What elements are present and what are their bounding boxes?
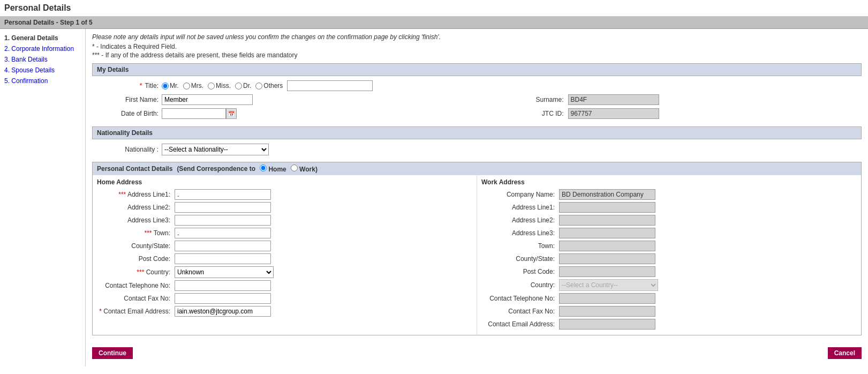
home-addr3-label: Address Line3: xyxy=(97,216,175,224)
work-tel-label: Contact Telephone No: xyxy=(481,295,559,302)
nationality-label: Nationality : xyxy=(92,146,162,153)
work-country-select[interactable]: --Select a Country-- xyxy=(559,279,658,291)
title-required-star: * xyxy=(140,82,142,89)
work-fax-label: Contact Fax No: xyxy=(481,308,559,315)
work-county-label: County/State: xyxy=(481,255,559,263)
nationality-select[interactable]: --Select a Nationality-- xyxy=(162,144,269,155)
home-addr3-input[interactable] xyxy=(175,215,271,226)
title-mr-label[interactable]: Mr. xyxy=(162,82,179,89)
work-addr3-row: Address Line3: xyxy=(481,228,857,238)
contact-header: Personal Contact Details (Send Correspon… xyxy=(93,162,861,175)
work-addr3-label: Address Line3: xyxy=(481,229,559,237)
title-mrs-radio[interactable] xyxy=(183,83,190,89)
send-home-text: Home xyxy=(268,166,286,173)
title-mrs-label[interactable]: Mrs. xyxy=(183,82,203,89)
home-county-label: County/State: xyxy=(97,242,175,250)
work-fax-input xyxy=(559,306,655,317)
home-email-input[interactable] xyxy=(175,306,271,317)
home-address-col: Home Address Address Line1: Address Line… xyxy=(93,175,477,335)
home-tel-row: Contact Telephone No: xyxy=(97,280,472,291)
calendar-button[interactable]: 📅 xyxy=(226,108,237,119)
contact-header-title: Personal Contact Details xyxy=(97,165,172,173)
home-fax-label: Contact Fax No: xyxy=(97,295,175,302)
send-work-text: Work) xyxy=(299,166,318,173)
step-bar: Personal Details - Step 1 of 5 xyxy=(0,17,868,29)
jtcid-row: JTC ID: xyxy=(482,108,862,119)
first-name-row: First Name: xyxy=(92,94,472,105)
title-miss-radio[interactable] xyxy=(208,83,215,89)
button-row: Continue Cancel xyxy=(92,344,862,362)
title-mrs-text: Mrs. xyxy=(191,82,203,89)
home-postcode-label: Post Code: xyxy=(97,255,175,263)
work-address-col: Work Address Company Name: Address Line1… xyxy=(477,175,861,335)
dob-label: Date of Birth: xyxy=(92,110,162,117)
home-addr2-input[interactable] xyxy=(175,202,271,213)
title-miss-label[interactable]: Miss. xyxy=(208,82,231,89)
title-dr-label[interactable]: Dr. xyxy=(235,82,251,89)
home-addr2-label: Address Line2: xyxy=(97,204,175,211)
cancel-button[interactable]: Cancel xyxy=(828,347,862,359)
title-dr-radio[interactable] xyxy=(235,83,242,89)
home-county-row: County/State: xyxy=(97,241,472,251)
page-title: Personal Details xyxy=(0,0,868,17)
send-home-label[interactable]: Home xyxy=(260,164,286,173)
sidebar-item-confirmation[interactable]: 5. Confirmation xyxy=(4,77,81,85)
name-row: First Name: Surname: xyxy=(92,94,862,108)
home-addr3-row: Address Line3: xyxy=(97,215,472,226)
home-county-input[interactable] xyxy=(175,241,271,251)
contact-section: Personal Contact Details (Send Correspon… xyxy=(92,162,862,335)
work-tel-input xyxy=(559,293,655,304)
work-email-label: Contact Email Address: xyxy=(481,320,559,328)
home-town-input[interactable] xyxy=(175,228,271,238)
nationality-section: Nationality Details Nationality : --Sele… xyxy=(92,126,862,155)
work-country-label: Country: xyxy=(481,281,559,289)
send-work-radio[interactable] xyxy=(291,164,298,171)
title-mr-text: Mr. xyxy=(170,82,179,89)
work-county-row: County/State: xyxy=(481,253,857,264)
jtcid-label: JTC ID: xyxy=(482,110,568,117)
home-postcode-input[interactable] xyxy=(175,253,271,264)
surname-label: Surname: xyxy=(482,96,568,103)
sidebar-item-bank[interactable]: 3. Bank Details xyxy=(4,56,81,63)
send-home-radio[interactable] xyxy=(260,164,267,171)
dob-input[interactable] xyxy=(162,108,226,119)
work-addr1-label: Address Line1: xyxy=(481,204,559,211)
first-name-input[interactable] xyxy=(162,94,253,105)
dob-row: Date of Birth: 📅 xyxy=(92,108,472,119)
work-country-row: Country: --Select a Country-- xyxy=(481,279,857,291)
address-two-col: Home Address Address Line1: Address Line… xyxy=(93,175,861,335)
title-others-input[interactable] xyxy=(287,80,373,91)
title-others-radio[interactable] xyxy=(255,83,262,89)
home-addr1-label: Address Line1: xyxy=(97,191,175,198)
title-field-label: * Title: xyxy=(92,82,162,89)
home-town-label: Town: xyxy=(97,229,175,237)
title-others-label[interactable]: Others xyxy=(255,82,283,89)
title-others-text: Others xyxy=(263,82,283,89)
work-company-input xyxy=(559,189,655,200)
surname-input xyxy=(568,94,659,105)
work-postcode-label: Post Code: xyxy=(481,268,559,275)
send-work-label[interactable]: Work) xyxy=(291,164,318,173)
work-fax-row: Contact Fax No: xyxy=(481,306,857,317)
first-name-label: First Name: xyxy=(92,96,162,103)
home-country-select[interactable]: Unknown xyxy=(175,266,274,278)
sidebar: 1. General Details 2. Corporate Informat… xyxy=(0,29,86,366)
home-tel-label: Contact Telephone No: xyxy=(97,282,175,289)
title-row: * Title: Mr. Mrs. Miss. Dr. xyxy=(92,80,862,91)
home-fax-row: Contact Fax No: xyxy=(97,293,472,304)
title-mr-radio[interactable] xyxy=(162,83,169,89)
continue-button[interactable]: Continue xyxy=(92,347,133,359)
home-addr2-row: Address Line2: xyxy=(97,202,472,213)
home-tel-input[interactable] xyxy=(175,280,271,291)
main-content: Please note any details input will not b… xyxy=(86,29,868,366)
title-options: Mr. Mrs. Miss. Dr. Others xyxy=(162,80,373,91)
home-fax-input[interactable] xyxy=(175,293,271,304)
home-addr1-input[interactable] xyxy=(175,189,271,200)
sidebar-item-corporate[interactable]: 2. Corporate Information xyxy=(4,45,81,53)
work-address-label: Work Address xyxy=(481,178,857,186)
sidebar-item-spouse[interactable]: 4. Spouse Details xyxy=(4,66,81,74)
home-country-label: Country: xyxy=(97,268,175,276)
dob-input-wrapper: 📅 xyxy=(162,108,237,119)
home-address-label: Home Address xyxy=(97,178,472,186)
sidebar-item-general[interactable]: 1. General Details xyxy=(4,34,81,42)
